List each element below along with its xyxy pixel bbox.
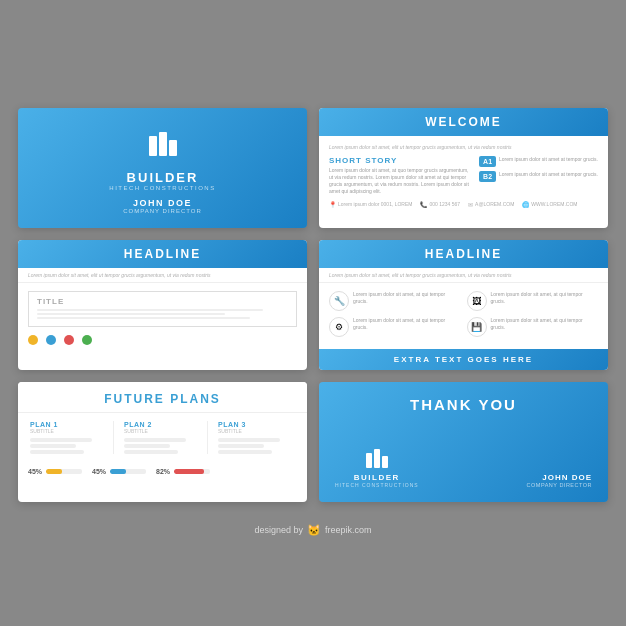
brand-sub: HITECH CONSTRUCTIONS	[109, 185, 215, 191]
icon-feature-2: ⚙ Lorem ipsum dolor sit amet, at qui tem…	[329, 317, 461, 337]
plan-title-0: PLAN 1	[30, 421, 107, 428]
person-info: JOHN DOE COMPANY DIRECTOR	[123, 198, 202, 214]
icon-feature-1: 🖼 Lorem ipsum dolor sit amet, at qui tem…	[467, 291, 599, 311]
dot-3	[82, 335, 92, 345]
story-left: SHORT STORY Lorem ipsum dolor sit amet, …	[329, 156, 471, 195]
icon-text-3: Lorem ipsum dolor sit amet, at qui tempo…	[491, 317, 599, 331]
badge-a1-label: A1	[479, 156, 496, 167]
progress-bar-wrap-1	[110, 469, 146, 474]
icon-text-1: Lorem ipsum dolor sit amet, at qui tempo…	[491, 291, 599, 305]
plan-title-2: PLAN 3	[218, 421, 295, 428]
card-headline1: HEADLINE Lorem ipsum dolor sit amet, eli…	[18, 240, 307, 370]
badge-b2-label: B2	[479, 171, 496, 182]
svg-rect-3	[366, 453, 372, 468]
plan-bar-b-0	[30, 444, 76, 448]
progress-bar-fill-1	[110, 469, 126, 474]
dot-0	[28, 335, 38, 345]
progress-section: 45% 45% 82%	[18, 462, 307, 485]
plan-bars-0	[30, 438, 107, 454]
headline1-content: TITLE	[18, 283, 307, 370]
card-builder: BUILDER HITECH CONSTRUCTIONS JOHN DOE CO…	[18, 108, 307, 228]
plan-bar-a-0	[30, 438, 92, 442]
plan-bar-b-2	[218, 444, 264, 448]
progress-bar-fill-0	[46, 469, 62, 474]
progress-pct-1: 45%	[92, 468, 106, 475]
icon-feature-3: 💾 Lorem ipsum dolor sit amet, at qui tem…	[467, 317, 599, 337]
thankyou-person-title: COMPANY DIRECTOR	[527, 482, 592, 488]
plan-col-1: PLAN 2 SUBTITLE	[118, 421, 208, 454]
building-icon	[145, 126, 181, 166]
plan-bars-2	[218, 438, 295, 454]
thankyou-building-icon	[363, 445, 391, 473]
brand-name: BUILDER	[127, 170, 199, 185]
plan-bar-c-2	[218, 450, 272, 454]
story-text: Lorem ipsum dolor sit amet, at quo tempo…	[329, 167, 471, 195]
icon-circle-3: 💾	[467, 317, 487, 337]
contact-web: 🌐 WWW.LOREM.COM	[522, 201, 577, 208]
phone-icon: 📞	[420, 201, 427, 208]
progress-pct-0: 45%	[28, 468, 42, 475]
svg-rect-1	[159, 132, 167, 156]
plan-bar-b-1	[124, 444, 170, 448]
title-line-1	[37, 309, 263, 311]
thankyou-person-name: JOHN DOE	[527, 473, 592, 482]
main-grid: BUILDER HITECH CONSTRUCTIONS JOHN DOE CO…	[0, 90, 626, 520]
plan-col-2: PLAN 3 SUBTITLE	[212, 421, 301, 454]
progress-item-2: 82%	[156, 468, 210, 475]
svg-rect-4	[374, 449, 380, 468]
progress-bar-fill-2	[174, 469, 204, 474]
welcome-tagline: Lorem ipsum dolor sit amet, elit ut temp…	[329, 144, 598, 150]
title-label: TITLE	[37, 297, 288, 306]
headline1-tagline: Lorem ipsum dolor sit amet, elit ut temp…	[18, 268, 307, 283]
progress-pct-2: 82%	[156, 468, 170, 475]
progress-item-1: 45%	[92, 468, 146, 475]
person-name: JOHN DOE	[123, 198, 202, 208]
svg-rect-0	[149, 136, 157, 156]
dots-row	[28, 335, 297, 345]
title-line-3	[37, 317, 250, 319]
story-title: SHORT STORY	[329, 156, 471, 165]
card-welcome: WELCOME Lorem ipsum dolor sit amet, elit…	[319, 108, 608, 228]
icons-grid: 🔧 Lorem ipsum dolor sit amet, at qui tem…	[319, 283, 608, 345]
progress-item-0: 45%	[28, 468, 82, 475]
plan-bars-1	[124, 438, 201, 454]
plan-col-0: PLAN 1 SUBTITLE	[24, 421, 114, 454]
card-thankyou: THANK YOU BUILDER HITECH CONSTRUCTIONS J…	[319, 382, 608, 502]
welcome-header: WELCOME	[319, 108, 608, 136]
email-icon: ✉	[468, 201, 473, 208]
badge-b2: B2 Lorem ipsum dolor sit amet at tempor …	[479, 171, 598, 182]
contact-phone: 📞 000 1234 567	[420, 201, 460, 208]
badge-a1: A1 Lorem ipsum dolor sit amet at tempor …	[479, 156, 598, 167]
story-row: SHORT STORY Lorem ipsum dolor sit amet, …	[329, 156, 598, 195]
progress-bar-wrap-0	[46, 469, 82, 474]
plan-sub-2: SUBTITLE	[218, 428, 295, 434]
web-icon: 🌐	[522, 201, 529, 208]
headline2-tagline: Lorem ipsum dolor sit amet, elit ut temp…	[319, 268, 608, 283]
title-section: TITLE	[28, 291, 297, 327]
plan-title-1: PLAN 2	[124, 421, 201, 428]
thankyou-brand-sub: HITECH CONSTRUCTIONS	[335, 482, 419, 488]
icon-circle-1: 🖼	[467, 291, 487, 311]
icon-circle-2: ⚙	[329, 317, 349, 337]
welcome-body: Lorem ipsum dolor sit amet, elit ut temp…	[319, 136, 608, 228]
contact-row: 📍 Lorem ipsum dolor 0001, LOREM 📞 000 12…	[329, 201, 598, 208]
story-right: A1 Lorem ipsum dolor sit amet at tempor …	[479, 156, 598, 195]
plan-sub-0: SUBTITLE	[30, 428, 107, 434]
plan-bar-a-1	[124, 438, 186, 442]
thank-title: THANK YOU	[410, 396, 517, 413]
freepik-logo: 🐱	[307, 524, 321, 537]
title-lines	[37, 309, 288, 319]
badge-a1-text: Lorem ipsum dolor sit amet at tempor gru…	[499, 156, 598, 163]
thankyou-brand: BUILDER	[354, 473, 400, 482]
footer: designed by 🐱 freepik.com	[254, 524, 371, 537]
thankyou-logo: BUILDER HITECH CONSTRUCTIONS	[335, 445, 419, 488]
headline1-header: HEADLINE	[18, 240, 307, 268]
icon-text-0: Lorem ipsum dolor sit amet, at qui tempo…	[353, 291, 461, 305]
contact-email: ✉ A@LOREM.COM	[468, 201, 514, 208]
badge-b2-text: Lorem ipsum dolor sit amet at tempor gru…	[499, 171, 598, 178]
plan-bar-a-2	[218, 438, 280, 442]
svg-rect-5	[382, 456, 388, 468]
thankyou-bottom-row: BUILDER HITECH CONSTRUCTIONS JOHN DOE CO…	[335, 445, 592, 488]
extra-banner: EXTRA TEXT GOES HERE	[319, 349, 608, 370]
footer-text: designed by	[254, 525, 303, 535]
